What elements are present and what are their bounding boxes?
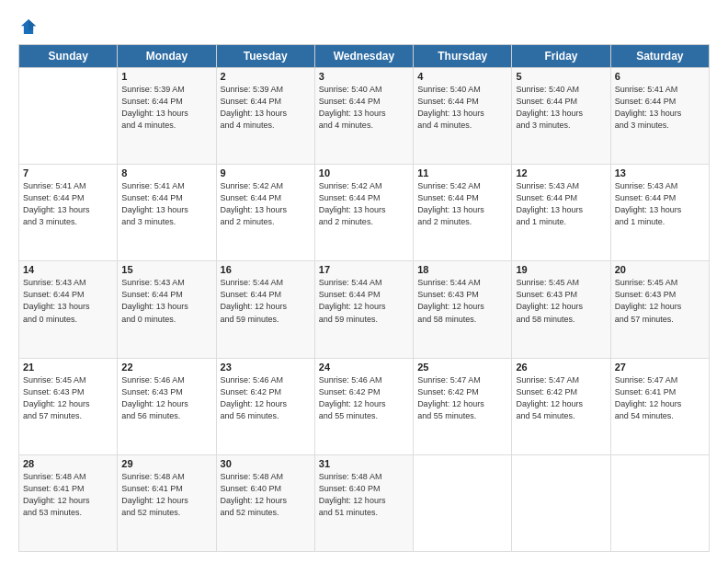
day-number: 8 [121, 167, 211, 178]
calendar-cell: 11Sunrise: 5:42 AM Sunset: 6:44 PM Dayli… [414, 165, 512, 261]
day-number: 1 [121, 71, 211, 82]
calendar-cell: 15Sunrise: 5:43 AM Sunset: 6:44 PM Dayli… [118, 261, 216, 358]
day-info: Sunrise: 5:43 AM Sunset: 6:44 PM Dayligh… [516, 180, 606, 228]
day-info: Sunrise: 5:46 AM Sunset: 6:42 PM Dayligh… [221, 374, 311, 422]
day-number: 6 [615, 71, 705, 82]
day-info: Sunrise: 5:40 AM Sunset: 6:44 PM Dayligh… [516, 84, 606, 132]
day-number: 13 [615, 167, 705, 178]
logo [18, 17, 42, 37]
day-info: Sunrise: 5:44 AM Sunset: 6:44 PM Dayligh… [221, 277, 311, 325]
day-info: Sunrise: 5:46 AM Sunset: 6:43 PM Dayligh… [121, 374, 211, 422]
day-info: Sunrise: 5:45 AM Sunset: 6:43 PM Dayligh… [615, 277, 705, 325]
day-info: Sunrise: 5:45 AM Sunset: 6:43 PM Dayligh… [516, 277, 606, 325]
day-number: 28 [23, 458, 113, 469]
calendar-cell: 24Sunrise: 5:46 AM Sunset: 6:42 PM Dayli… [314, 358, 413, 454]
logo-icon [18, 17, 39, 37]
calendar-week-row: 7Sunrise: 5:41 AM Sunset: 6:44 PM Daylig… [19, 165, 710, 261]
day-number: 19 [516, 264, 606, 275]
day-info: Sunrise: 5:46 AM Sunset: 6:42 PM Dayligh… [319, 374, 409, 422]
day-number: 16 [221, 264, 311, 275]
calendar-cell [610, 454, 709, 551]
calendar-cell: 23Sunrise: 5:46 AM Sunset: 6:42 PM Dayli… [216, 358, 314, 454]
calendar-cell: 16Sunrise: 5:44 AM Sunset: 6:44 PM Dayli… [216, 261, 314, 358]
weekday-header: Wednesday [314, 45, 413, 68]
calendar-cell: 14Sunrise: 5:43 AM Sunset: 6:44 PM Dayli… [19, 261, 118, 358]
day-number: 5 [516, 71, 606, 82]
day-info: Sunrise: 5:43 AM Sunset: 6:44 PM Dayligh… [615, 180, 705, 228]
day-number: 11 [417, 167, 507, 178]
day-info: Sunrise: 5:41 AM Sunset: 6:44 PM Dayligh… [615, 84, 705, 132]
calendar-cell: 6Sunrise: 5:41 AM Sunset: 6:44 PM Daylig… [610, 68, 709, 165]
day-info: Sunrise: 5:47 AM Sunset: 6:42 PM Dayligh… [417, 374, 507, 422]
header [18, 17, 710, 37]
day-number: 4 [417, 71, 507, 82]
weekday-header: Sunday [19, 45, 118, 68]
calendar-cell: 17Sunrise: 5:44 AM Sunset: 6:44 PM Dayli… [314, 261, 413, 358]
day-info: Sunrise: 5:48 AM Sunset: 6:40 PM Dayligh… [319, 471, 409, 519]
day-info: Sunrise: 5:41 AM Sunset: 6:44 PM Dayligh… [121, 180, 211, 228]
day-number: 15 [121, 264, 211, 275]
day-info: Sunrise: 5:45 AM Sunset: 6:43 PM Dayligh… [23, 374, 113, 422]
weekday-header: Monday [118, 45, 216, 68]
calendar-cell: 7Sunrise: 5:41 AM Sunset: 6:44 PM Daylig… [19, 165, 118, 261]
calendar-cell: 29Sunrise: 5:48 AM Sunset: 6:41 PM Dayli… [118, 454, 216, 551]
weekday-header: Saturday [610, 45, 709, 68]
day-info: Sunrise: 5:39 AM Sunset: 6:44 PM Dayligh… [121, 84, 211, 132]
day-info: Sunrise: 5:44 AM Sunset: 6:44 PM Dayligh… [319, 277, 409, 325]
day-info: Sunrise: 5:47 AM Sunset: 6:42 PM Dayligh… [516, 374, 606, 422]
calendar-cell [19, 68, 118, 165]
calendar-table: SundayMondayTuesdayWednesdayThursdayFrid… [18, 44, 710, 552]
weekday-header: Tuesday [216, 45, 314, 68]
day-number: 12 [516, 167, 606, 178]
day-number: 9 [221, 167, 311, 178]
day-info: Sunrise: 5:47 AM Sunset: 6:41 PM Dayligh… [615, 374, 705, 422]
day-number: 30 [221, 458, 311, 469]
page: SundayMondayTuesdayWednesdayThursdayFrid… [0, 0, 728, 563]
calendar-cell: 4Sunrise: 5:40 AM Sunset: 6:44 PM Daylig… [414, 68, 512, 165]
day-info: Sunrise: 5:39 AM Sunset: 6:44 PM Dayligh… [221, 84, 311, 132]
weekday-header: Friday [512, 45, 610, 68]
calendar-cell: 3Sunrise: 5:40 AM Sunset: 6:44 PM Daylig… [314, 68, 413, 165]
calendar-week-row: 21Sunrise: 5:45 AM Sunset: 6:43 PM Dayli… [19, 358, 710, 454]
calendar-cell: 2Sunrise: 5:39 AM Sunset: 6:44 PM Daylig… [216, 68, 314, 165]
day-number: 2 [221, 71, 311, 82]
calendar-cell: 8Sunrise: 5:41 AM Sunset: 6:44 PM Daylig… [118, 165, 216, 261]
day-info: Sunrise: 5:40 AM Sunset: 6:44 PM Dayligh… [417, 84, 507, 132]
calendar-cell: 1Sunrise: 5:39 AM Sunset: 6:44 PM Daylig… [118, 68, 216, 165]
calendar-cell: 25Sunrise: 5:47 AM Sunset: 6:42 PM Dayli… [414, 358, 512, 454]
calendar-cell: 9Sunrise: 5:42 AM Sunset: 6:44 PM Daylig… [216, 165, 314, 261]
calendar-cell: 28Sunrise: 5:48 AM Sunset: 6:41 PM Dayli… [19, 454, 118, 551]
day-info: Sunrise: 5:43 AM Sunset: 6:44 PM Dayligh… [23, 277, 113, 325]
day-info: Sunrise: 5:41 AM Sunset: 6:44 PM Dayligh… [23, 180, 113, 228]
day-number: 20 [615, 264, 705, 275]
calendar-cell: 31Sunrise: 5:48 AM Sunset: 6:40 PM Dayli… [314, 454, 413, 551]
day-number: 7 [23, 167, 113, 178]
svg-marker-1 [28, 19, 36, 30]
calendar-cell [512, 454, 610, 551]
day-number: 10 [319, 167, 409, 178]
day-number: 14 [23, 264, 113, 275]
day-number: 27 [615, 362, 705, 373]
day-info: Sunrise: 5:48 AM Sunset: 6:40 PM Dayligh… [221, 471, 311, 519]
calendar-cell: 18Sunrise: 5:44 AM Sunset: 6:43 PM Dayli… [414, 261, 512, 358]
day-number: 18 [417, 264, 507, 275]
day-info: Sunrise: 5:42 AM Sunset: 6:44 PM Dayligh… [417, 180, 507, 228]
weekday-header: Thursday [414, 45, 512, 68]
calendar-cell [414, 454, 512, 551]
day-info: Sunrise: 5:48 AM Sunset: 6:41 PM Dayligh… [23, 471, 113, 519]
calendar-cell: 27Sunrise: 5:47 AM Sunset: 6:41 PM Dayli… [610, 358, 709, 454]
calendar-week-row: 14Sunrise: 5:43 AM Sunset: 6:44 PM Dayli… [19, 261, 710, 358]
day-info: Sunrise: 5:40 AM Sunset: 6:44 PM Dayligh… [319, 84, 409, 132]
day-number: 24 [319, 362, 409, 373]
calendar-cell: 30Sunrise: 5:48 AM Sunset: 6:40 PM Dayli… [216, 454, 314, 551]
day-info: Sunrise: 5:42 AM Sunset: 6:44 PM Dayligh… [319, 180, 409, 228]
day-info: Sunrise: 5:44 AM Sunset: 6:43 PM Dayligh… [417, 277, 507, 325]
day-info: Sunrise: 5:48 AM Sunset: 6:41 PM Dayligh… [121, 471, 211, 519]
day-info: Sunrise: 5:43 AM Sunset: 6:44 PM Dayligh… [121, 277, 211, 325]
calendar-week-row: 28Sunrise: 5:48 AM Sunset: 6:41 PM Dayli… [19, 454, 710, 551]
calendar-cell: 19Sunrise: 5:45 AM Sunset: 6:43 PM Dayli… [512, 261, 610, 358]
day-number: 23 [221, 362, 311, 373]
calendar-cell: 13Sunrise: 5:43 AM Sunset: 6:44 PM Dayli… [610, 165, 709, 261]
calendar-cell: 5Sunrise: 5:40 AM Sunset: 6:44 PM Daylig… [512, 68, 610, 165]
day-number: 31 [319, 458, 409, 469]
